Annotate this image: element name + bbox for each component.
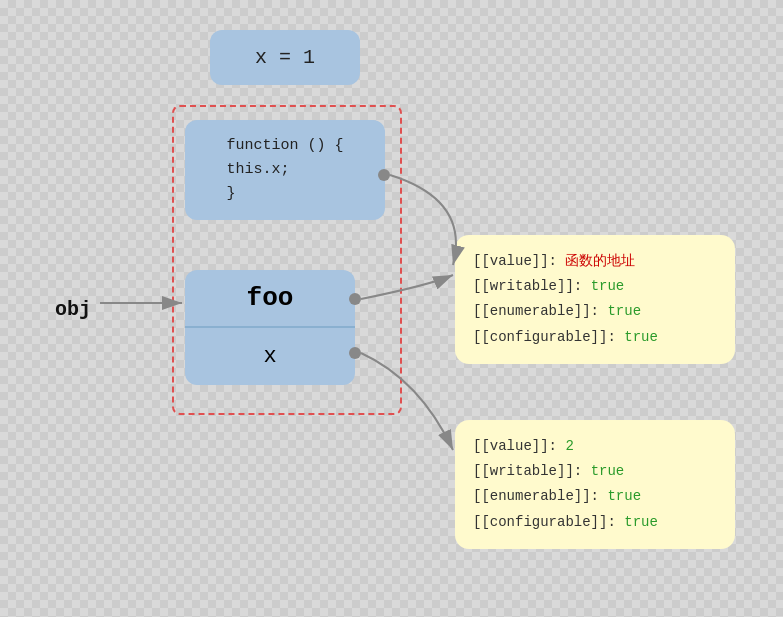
writable-val-bot: true xyxy=(591,463,625,479)
x1-label: x = 1 xyxy=(255,46,315,69)
value-label-bot: [[value]]: xyxy=(473,438,557,454)
value-val-top: 函数的地址 xyxy=(565,253,635,269)
enumerable-label-top: [[enumerable]]: xyxy=(473,303,599,319)
value-val-bot: 2 xyxy=(565,438,573,454)
configurable-label-top: [[configurable]]: xyxy=(473,329,616,345)
yellow-box-bottom: [[value]]: 2 [[writable]]: true [[enumer… xyxy=(455,420,735,549)
box-x-equals-1: x = 1 xyxy=(210,30,360,85)
writable-label-top: [[writable]]: xyxy=(473,278,582,294)
writable-label-bot: [[writable]]: xyxy=(473,463,582,479)
value-label: [[value]]: xyxy=(473,253,557,269)
function-line1: function () { xyxy=(226,134,343,158)
writable-val-top: true xyxy=(591,278,625,294)
function-line3: } xyxy=(226,182,343,206)
x-label: x xyxy=(185,328,355,385)
box-function: function () { this.x; } xyxy=(185,120,385,220)
function-line2: this.x; xyxy=(226,158,343,182)
box-foo-x: foo x xyxy=(185,270,355,385)
enumerable-val-top: true xyxy=(607,303,641,319)
configurable-val-bot: true xyxy=(624,514,658,530)
enumerable-val-bot: true xyxy=(607,488,641,504)
configurable-label-bot: [[configurable]]: xyxy=(473,514,616,530)
diagram: x = 1 function () { this.x; } foo x obj … xyxy=(0,0,783,617)
obj-label: obj xyxy=(55,298,91,321)
foo-label: foo xyxy=(185,270,355,328)
configurable-val-top: true xyxy=(624,329,658,345)
yellow-box-top: [[value]]: 函数的地址 [[writable]]: true [[en… xyxy=(455,235,735,364)
enumerable-label-bot: [[enumerable]]: xyxy=(473,488,599,504)
